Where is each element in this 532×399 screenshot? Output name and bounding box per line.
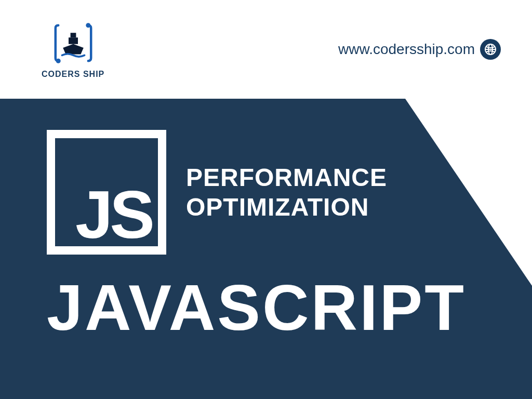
js-logo-letters: JS xyxy=(75,181,152,248)
svg-point-1 xyxy=(56,59,60,63)
topic-row: JS PERFORMANCE OPTIMIZATION xyxy=(47,130,511,255)
js-logo-box: JS xyxy=(47,130,166,255)
ship-logo-icon xyxy=(50,20,97,66)
topic-line-1: PERFORMANCE xyxy=(186,163,387,192)
svg-rect-2 xyxy=(69,37,78,44)
website-url: www.codersship.com xyxy=(338,39,501,60)
main-panel: JS PERFORMANCE OPTIMIZATION JAVASCRIPT xyxy=(0,99,532,399)
svg-point-0 xyxy=(86,23,90,28)
url-text: www.codersship.com xyxy=(338,41,475,58)
main-title: JAVASCRIPT xyxy=(47,275,511,340)
header: CODERS SHIP www.codersship.com xyxy=(0,0,532,99)
panel-content: JS PERFORMANCE OPTIMIZATION JAVASCRIPT xyxy=(47,130,511,389)
brand-label: CODERS SHIP xyxy=(42,70,104,79)
globe-icon xyxy=(480,39,501,60)
svg-rect-3 xyxy=(70,33,76,37)
brand-logo: CODERS SHIP xyxy=(42,20,104,79)
topic-text: PERFORMANCE OPTIMIZATION xyxy=(186,163,387,221)
topic-line-2: OPTIMIZATION xyxy=(186,193,387,221)
